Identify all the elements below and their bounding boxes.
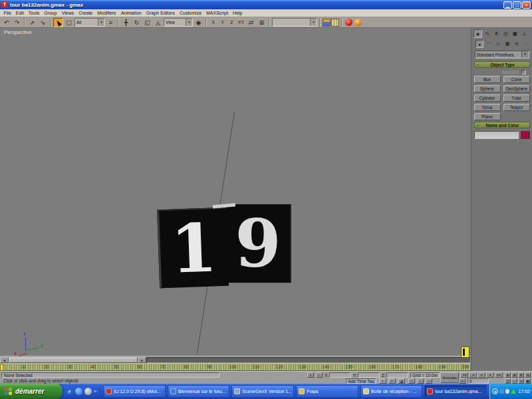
key-mode-toggle-icon[interactable]: ⊙ xyxy=(459,378,466,384)
digit-panel-left[interactable]: 1 xyxy=(157,207,229,289)
primitive-category-dropdown[interactable]: Standard Primitives ▼ xyxy=(475,51,529,59)
menu-item[interactable]: Modifiers xyxy=(95,9,118,17)
play-button[interactable]: ► xyxy=(477,372,485,378)
title-bar[interactable]: T tour ba132anim.gmax - gmax ▁ □ × xyxy=(0,0,532,9)
pan-icon[interactable]: ⇔ xyxy=(511,378,517,384)
number-19-object[interactable]: 1 9 xyxy=(156,200,293,291)
redo-icon[interactable]: ↷ xyxy=(12,18,22,27)
viewport-label[interactable]: Perspective xyxy=(4,29,32,35)
menu-item[interactable]: Edit xyxy=(13,9,26,17)
zoom-icon[interactable]: ⊕ xyxy=(505,372,511,378)
mirror-icon[interactable]: ⇄ xyxy=(246,18,256,27)
category-systems-icon[interactable]: ◌ xyxy=(522,40,530,48)
maximize-button[interactable]: □ xyxy=(513,1,521,9)
absolute-offset-icon[interactable]: ▫ xyxy=(316,372,323,378)
named-selection-dropdown[interactable]: ▼ xyxy=(272,18,317,27)
dropdown-arrow-icon[interactable]: ▼ xyxy=(186,19,192,26)
taskbar-task[interactable]: Fraps xyxy=(296,385,358,398)
track-view-icon[interactable] xyxy=(323,19,331,27)
menu-item[interactable]: Graph Editors xyxy=(144,9,177,17)
select-and-rotate-icon[interactable]: ↻ xyxy=(132,18,142,27)
tray-icon-network[interactable] xyxy=(499,389,504,394)
key-icon-1[interactable]: • xyxy=(408,378,415,384)
next-frame-button[interactable]: ► xyxy=(486,372,494,378)
material-editor-icon[interactable] xyxy=(345,19,352,26)
object-name-field[interactable] xyxy=(474,131,519,139)
menu-item[interactable]: Views xyxy=(59,9,76,17)
filter-icon-1[interactable]: ◐ xyxy=(379,378,386,384)
select-and-link-icon[interactable]: ⇗ xyxy=(27,18,37,27)
x-coord-field[interactable] xyxy=(329,372,351,378)
quick-launch-overflow-icon[interactable]: » xyxy=(94,389,96,394)
current-frame-field[interactable]: 0 xyxy=(467,378,489,384)
zoom-region-icon[interactable]: ⊟ xyxy=(525,372,531,378)
taskbar-task[interactable]: SceneGenX Version 1... xyxy=(231,385,294,398)
render-icon[interactable] xyxy=(354,19,362,26)
axis-constraint-button[interactable]: X xyxy=(209,18,217,27)
category-helpers-icon[interactable]: ≋ xyxy=(513,40,521,48)
go-to-start-button[interactable]: ◄◄ xyxy=(460,372,468,378)
menu-item[interactable]: Create xyxy=(76,9,95,17)
time-slider-right-button[interactable]: ► xyxy=(138,357,146,363)
axis-constraint-button[interactable]: Z xyxy=(227,18,236,27)
time-configuration-icon[interactable]: ◷ xyxy=(505,378,511,384)
align-icon[interactable]: ⊞ xyxy=(257,18,267,27)
axis-constraint-button[interactable]: XY xyxy=(237,18,245,27)
menu-item[interactable]: Customize xyxy=(177,9,203,17)
taskbar-task[interactable]: tour ba132anim.gma... xyxy=(424,385,487,398)
animate-button[interactable]: Animate xyxy=(440,372,459,383)
zoom-all-icon[interactable]: ⊞ xyxy=(511,372,517,378)
tab-motion-icon[interactable]: ◎ xyxy=(501,29,510,38)
tab-hierarchy-icon[interactable]: ⋔ xyxy=(492,29,501,38)
select-and-move-icon[interactable]: ╋ xyxy=(121,18,131,27)
start-button[interactable]: démarrer xyxy=(0,384,63,399)
taskbar-task[interactable]: Bienvenue sur le foru... xyxy=(168,385,230,398)
menu-item[interactable]: MAXScript xyxy=(204,9,231,17)
digit-panel-right[interactable]: 9 xyxy=(226,204,291,283)
tray-chevron-icon[interactable]: ◄ xyxy=(492,388,498,394)
category-geometry-icon[interactable]: ● xyxy=(475,40,483,48)
highlighted-marker[interactable] xyxy=(461,346,469,358)
unlink-selection-icon[interactable]: ⇘ xyxy=(38,18,48,27)
menu-item[interactable]: Animation xyxy=(118,9,144,17)
primitive-button[interactable]: Box xyxy=(474,76,501,83)
select-object-button[interactable] xyxy=(53,18,63,27)
zoom-extents-icon[interactable]: ⊠ xyxy=(518,372,524,378)
tray-icon-volume[interactable] xyxy=(505,389,510,394)
select-and-scale-icon[interactable]: ◱ xyxy=(142,18,152,27)
object-type-rollout[interactable]: − Object Type xyxy=(474,61,530,68)
rectangular-selection-icon[interactable]: ▢ xyxy=(64,18,74,27)
z-coord-field[interactable] xyxy=(386,372,408,378)
tab-display-icon[interactable]: ▣ xyxy=(511,29,519,38)
name-color-rollout[interactable]: − Name and Color xyxy=(474,122,530,128)
primitive-button[interactable]: Plane xyxy=(474,113,501,120)
media-player-icon[interactable] xyxy=(84,388,92,395)
minmax-toggle-icon[interactable]: ▣ xyxy=(525,378,531,384)
arc-rotate-icon[interactable]: ◕ xyxy=(518,378,524,384)
y-coord-field[interactable] xyxy=(358,372,380,378)
object-color-swatch[interactable] xyxy=(521,131,530,139)
close-button[interactable]: × xyxy=(522,1,531,9)
tab-create-icon[interactable]: ★ xyxy=(473,29,482,38)
menu-item[interactable]: Tools xyxy=(26,9,41,17)
filter-icon-2[interactable]: ⊳ xyxy=(388,378,396,384)
tab-modify-icon[interactable]: ∿ xyxy=(483,29,491,38)
go-to-end-button[interactable]: ►► xyxy=(495,372,503,378)
add-time-tag-field[interactable]: Add Time Tag xyxy=(346,378,376,384)
primitive-button[interactable]: Cone xyxy=(503,76,530,83)
primitive-button[interactable]: Cylinder xyxy=(474,94,501,102)
track-bar[interactable]: 1020304050607080901001101201301401501601… xyxy=(0,363,471,371)
select-by-name-icon[interactable]: ≡ xyxy=(106,18,116,27)
perspective-viewport[interactable]: Perspective 1 9 z y x xyxy=(0,28,471,356)
time-slider-left-button[interactable]: ◄ xyxy=(0,357,9,363)
menu-item[interactable]: Help xyxy=(231,9,245,17)
primitive-button[interactable]: Teapot xyxy=(503,104,530,111)
minimize-button[interactable]: ▁ xyxy=(503,1,512,9)
time-slider-track[interactable] xyxy=(146,357,471,363)
selection-filter-dropdown[interactable]: All ▼ xyxy=(74,18,105,27)
time-slider-handle[interactable]: 0 / 200 xyxy=(9,357,138,363)
autogrid-checkbox[interactable] xyxy=(521,70,526,74)
primitive-button[interactable]: GeoSphere xyxy=(503,85,530,92)
taskbar-task[interactable]: Boîte de réception - ... xyxy=(360,385,423,398)
menu-item[interactable]: Group xyxy=(42,9,59,17)
